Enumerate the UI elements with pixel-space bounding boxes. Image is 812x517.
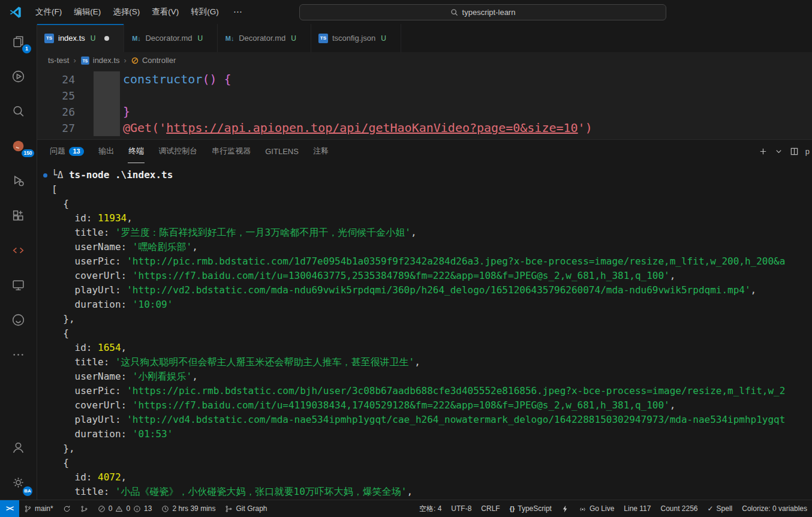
remote-window-button[interactable]: [0, 500, 19, 517]
panel-tab-输出[interactable]: 输出: [98, 140, 115, 163]
code-line: 26}: [37, 104, 812, 120]
breadcrumb-symbol[interactable]: Controller: [142, 56, 176, 65]
panel-header: 问题13输出终端调试控制台串行监视器GITLENS注释 p: [37, 140, 812, 163]
modified-dot-icon[interactable]: [104, 36, 109, 41]
accounts-button[interactable]: [0, 430, 37, 465]
text-segment: ,: [751, 284, 757, 296]
tab-Decorator.md[interactable]: Decorator.mdU: [218, 24, 311, 52]
command-decoration-icon[interactable]: [43, 173, 47, 178]
terminal-line: {: [52, 326, 812, 341]
code-line: 24constructor() {: [37, 71, 812, 88]
text-segment: '10:09': [133, 299, 173, 310]
breadcrumb-file[interactable]: index.ts: [93, 56, 120, 65]
search-button[interactable]: [0, 94, 37, 128]
vscode-window: 文件(F) 编辑(E) 选择(S) 查看(V) 转到(G) ⋯ typescri…: [0, 0, 812, 517]
eol-button[interactable]: CRLF: [476, 500, 504, 517]
text-segment: ,: [192, 241, 198, 253]
new-terminal-icon[interactable]: [759, 147, 768, 156]
encoding-button[interactable]: UTF-8: [446, 500, 476, 517]
text-segment: 4072: [98, 471, 121, 483]
terminal-line: duration: '01:53': [52, 427, 812, 441]
text-segment: '小品《碰瓷》，小伙碰瓷大妈，张口就要10万吓坏大妈，爆笑全场': [115, 486, 407, 497]
remote-explorer-button[interactable]: [0, 267, 37, 302]
colorize-indicator[interactable]: Colorize: 0 variables: [737, 500, 812, 517]
chevron-right-icon: [123, 56, 128, 65]
extension-orange-button[interactable]: 150: [0, 128, 37, 163]
panel-tab-GITLENS[interactable]: GITLENS: [264, 140, 299, 163]
terminal-line: userPic: 'http://pic.rmb.bdstatic.com/1d…: [52, 254, 812, 269]
menu-file[interactable]: 文件(F): [29, 7, 68, 17]
text-segment: },: [52, 313, 75, 324]
terminal-list-label[interactable]: p: [805, 147, 810, 156]
menu-view[interactable]: 查看(V): [146, 7, 185, 17]
git-graph-button[interactable]: Git Graph: [220, 500, 272, 517]
run-circle-button[interactable]: [0, 59, 37, 94]
text-segment: coverUrl:: [52, 399, 133, 411]
text-segment: duration:: [52, 428, 133, 440]
ts-file-icon: [44, 34, 54, 43]
text-segment: ,: [670, 399, 676, 411]
live-server-button[interactable]: [0, 233, 37, 267]
panel-tab-调试控制台[interactable]: 调试控制台: [158, 140, 198, 163]
line-indicator[interactable]: Line 117: [619, 500, 655, 517]
terminal-line: coverUrl: 'https://f7.baidu.com/it/u=411…: [52, 398, 812, 413]
more-actions-button[interactable]: [0, 337, 37, 372]
terminal-output[interactable]: └Δ ts-node .\index.ts[ { id: 11934, titl…: [37, 163, 812, 500]
go-live-button[interactable]: Go Live: [574, 500, 619, 517]
language-mode-button[interactable]: TypeScript: [505, 500, 557, 517]
breadcrumb-folder[interactable]: ts-test: [48, 56, 69, 65]
terminal-line: playUrl: 'http://vd4.bdstatic.com/mda-na…: [52, 413, 812, 427]
sync-button[interactable]: [58, 500, 76, 517]
terminal-line: id: 11934,: [52, 211, 812, 226]
text-segment: 'http://vd2.bdstatic.com/mda-ndu69vwik5r…: [127, 284, 750, 296]
code-text: constructor() {: [120, 71, 231, 88]
error-count: 0: [109, 504, 113, 513]
settings-button[interactable]: BA: [0, 465, 37, 500]
terminal-line: title: '小品《碰瓷》，小伙碰瓷大妈，张口就要10万吓坏大妈，爆笑全场',: [52, 485, 812, 499]
tab-label: Decorator.md: [145, 34, 192, 43]
spell-button[interactable]: Spell: [703, 500, 738, 517]
indentation-button[interactable]: 空格: 4: [414, 500, 446, 517]
info-icon: [133, 505, 141, 513]
chevron-down-icon[interactable]: [774, 147, 783, 156]
tab-tsconfig.json[interactable]: tsconfig.jsonU: [311, 24, 401, 52]
text-segment: ,: [414, 356, 420, 368]
time-tracker-button[interactable]: 2 hrs 39 mins: [157, 500, 220, 517]
terminal-line: duration: '10:09': [52, 297, 812, 312]
tab-index.ts[interactable]: index.tsU: [37, 24, 124, 52]
text-segment: userName:: [52, 241, 133, 253]
command-center-search[interactable]: typescript-learn: [299, 4, 666, 20]
git-branch-icon: [24, 505, 32, 513]
md-file-icon: [131, 34, 141, 43]
class-symbol-icon: [131, 56, 139, 65]
panel-tab-问题[interactable]: 问题13: [49, 140, 85, 163]
split-terminal-icon[interactable]: [790, 147, 799, 156]
explorer-button[interactable]: 1: [0, 24, 37, 59]
count-indicator[interactable]: Count 2256: [655, 500, 702, 517]
run-debug-button[interactable]: [0, 163, 37, 198]
panel-tab-注释[interactable]: 注释: [312, 140, 329, 163]
md-file-icon: [225, 34, 234, 43]
github-icon: [11, 312, 26, 327]
menu-selection[interactable]: 选择(S): [107, 7, 146, 17]
panel-tab-label: 问题: [50, 146, 65, 157]
extensions-button[interactable]: [0, 198, 37, 233]
menu-edit[interactable]: 编辑(E): [68, 7, 107, 17]
menu-overflow-icon[interactable]: ⋯: [225, 7, 251, 17]
terminal-line: {: [52, 197, 812, 211]
text-segment: userPic:: [52, 256, 127, 267]
panel-tab-label: 调试控制台: [158, 146, 197, 157]
graph-button[interactable]: [76, 500, 93, 517]
line-number: 26: [37, 104, 75, 120]
menu-goto[interactable]: 转到(G): [185, 7, 225, 17]
bolt-button[interactable]: [557, 500, 574, 517]
panel-tab-终端[interactable]: 终端: [128, 140, 145, 163]
github-button[interactable]: [0, 302, 37, 337]
code-editor[interactable]: 24constructor() {2526}27@Get('https://ap…: [37, 68, 812, 139]
text-segment: @Get(: [123, 121, 159, 135]
panel-tab-串行监视器[interactable]: 串行监视器: [211, 140, 251, 163]
tab-Decorator.md[interactable]: Decorator.mdU: [124, 24, 218, 52]
workbench: index.tsUDecorator.mdUDecorator.mdUtscon…: [37, 24, 812, 500]
problems-button[interactable]: 0 0 13: [93, 500, 157, 517]
git-branch-button[interactable]: main*: [19, 500, 58, 517]
